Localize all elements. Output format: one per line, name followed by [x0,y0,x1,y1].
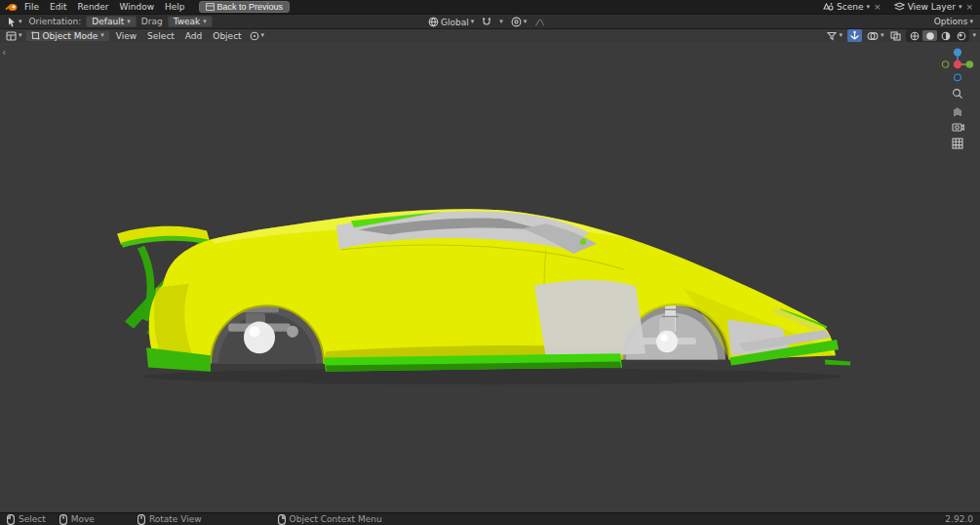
view-layer-selector[interactable]: View Layer ▾ × [891,1,977,13]
chevron-down-icon: ▾ [839,32,843,39]
transform-orientation-value: Global [441,18,469,27]
transform-orientation-dropdown[interactable]: Global ▾ [426,16,476,28]
hint-select: Select [7,514,46,525]
chevron-down-icon: ▾ [524,19,528,25]
camera-icon [952,121,964,132]
active-tool-dropdown[interactable]: ▾ [5,16,24,28]
tool-settings-bar: ▾ Orientation: Default ▾ Drag Tweak ▾ Gl… [0,14,980,28]
chevron-down-icon: ▾ [959,4,962,11]
orientation-dropdown[interactable]: Default ▾ [86,16,136,27]
hand-icon [952,104,963,116]
snap-toggle[interactable] [480,16,493,28]
workspace-icon [206,3,215,11]
chevron-down-icon: ▾ [969,19,973,25]
hint-move-label: Move [71,514,95,524]
chevron-down-icon: ▾ [203,19,207,25]
back-to-previous-button[interactable]: Back to Previous [199,1,291,13]
viewport-header-right: ▾ ▾ [825,29,976,42]
scene-icon [823,2,834,12]
gizmo-axes-icon [849,30,860,41]
mode-dropdown[interactable]: Object Mode ▾ [25,30,110,42]
hint-context-menu-label: Object Context Menu [290,514,382,524]
options-dropdown[interactable]: Options ▾ [932,16,975,28]
view-layer-selector-label: View Layer [908,2,956,12]
menu-window[interactable]: Window [115,0,160,14]
proportional-falloff-dropdown[interactable] [532,16,547,28]
chevron-down-icon: ▾ [261,32,265,39]
viewport-menu-select[interactable]: Select [142,29,179,43]
proportional-editing-toggle[interactable]: ▾ [509,16,529,28]
axis-x-handle [954,61,961,68]
transform-pivot-dropdown[interactable]: ▾ [248,29,267,42]
pivot-point-icon [250,31,259,41]
drag-dropdown[interactable]: Tweak ▾ [168,16,213,27]
shading-options-dropdown[interactable]: ▾ [972,32,976,39]
scene-selector[interactable]: Scene ▾ × [820,1,885,13]
car-model[interactable] [117,209,850,371]
hint-rotate-view: Rotate View [137,514,202,525]
hint-context-menu: Object Context Menu [278,514,382,525]
viewport-menu-object[interactable]: Object [208,29,246,43]
mouse-left-icon [7,514,15,525]
drag-value: Tweak [174,17,201,26]
floor-shadow [143,369,842,384]
menu-help[interactable]: Help [160,0,190,14]
material-shading-icon [941,31,951,41]
viewport-editor-icon [6,31,17,41]
zoom-tool-button[interactable] [948,86,967,101]
hint-move: Move [59,514,95,525]
axis-y-handle [966,61,974,68]
blender-window: File Edit Render Window Help Back to Pre… [0,0,980,525]
shading-solid-button[interactable] [922,30,937,41]
mouse-right-icon [278,514,286,525]
back-to-previous-label: Back to Previous [217,2,284,12]
overlays-dropdown[interactable]: ▾ [865,29,886,42]
toggle-ortho-grid-button[interactable] [948,136,967,150]
mouse-middle-icon [59,514,67,525]
tweak-tool-cursor-icon [7,17,17,27]
proportional-editing-icon [511,17,522,27]
options-label: Options [934,17,968,26]
blender-version: 2.92.0 [945,514,973,524]
navigation-gizmo[interactable] [939,45,976,84]
editor-type-dropdown[interactable]: ▾ [4,29,24,42]
solid-shading-icon [925,31,935,41]
viewport-3d[interactable]: ‹ [0,42,980,512]
shading-rendered-button[interactable] [954,30,968,41]
rendered-shading-icon [957,31,966,41]
chevron-down-icon: ▾ [19,32,22,39]
shading-wireframe-button[interactable] [907,30,921,41]
pan-tool-button[interactable] [948,102,967,117]
blender-logo-icon[interactable] [3,1,19,13]
chevron-down-icon: ▾ [100,32,104,39]
show-gizmo-toggle[interactable] [847,29,862,42]
mouse-middle-icon [137,514,145,525]
viewport-canvas[interactable] [0,42,980,512]
toolbar-collapse-icon[interactable]: ‹ [2,47,6,58]
new-view-layer-icon[interactable]: × [964,2,974,12]
magnet-icon [482,17,491,27]
tool-settings-right: Options ▾ [932,16,975,28]
view-layer-icon [894,2,905,12]
global-orientation-icon [428,17,439,27]
xray-icon [890,31,901,41]
shading-material-button[interactable] [938,30,953,41]
chevron-down-icon: ▾ [19,19,22,25]
menu-edit[interactable]: Edit [45,0,71,14]
menu-render[interactable]: Render [73,0,114,14]
axis-z-handle [954,48,961,56]
status-bar: Select Move Rotate View Object Context M… [0,512,980,525]
mode-value: Object Mode [43,31,98,41]
object-visibility-dropdown[interactable]: ▾ [825,29,844,42]
toggle-xray-button[interactable] [888,29,903,42]
chevron-down-icon: ▾ [881,32,884,39]
viewport-overlays [939,45,976,150]
snap-proportional-tools: Global ▾ ▾ ▾ [426,16,547,28]
viewport-menu-view[interactable]: View [111,29,141,43]
unlink-scene-icon[interactable]: × [873,2,882,12]
menu-file[interactable]: File [20,0,44,14]
camera-view-button[interactable] [948,119,967,134]
viewport-menu-add[interactable]: Add [180,29,207,43]
orientation-value: Default [92,17,124,26]
snap-settings-dropdown[interactable]: ▾ [497,16,505,28]
